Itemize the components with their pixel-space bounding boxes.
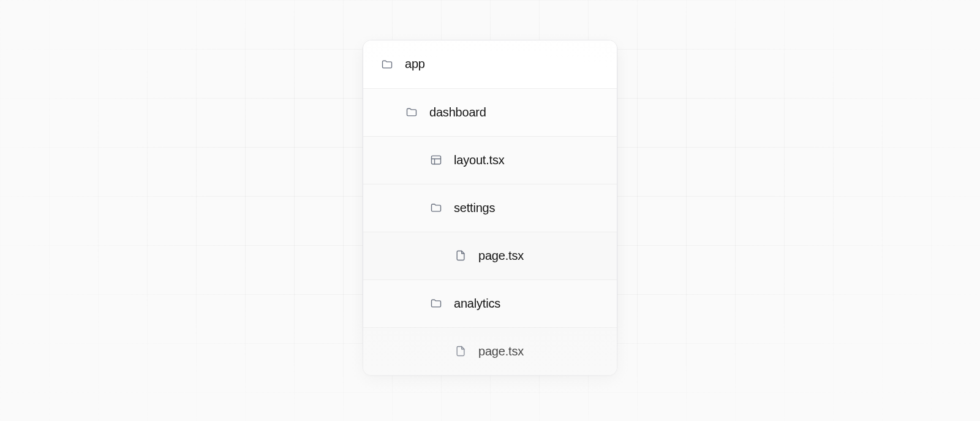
file-icon bbox=[454, 344, 467, 358]
tree-row-analytics-page[interactable]: page.tsx bbox=[363, 327, 617, 375]
layout-icon bbox=[429, 153, 443, 167]
tree-row-layout[interactable]: layout.tsx bbox=[363, 136, 617, 184]
tree-label: page.tsx bbox=[478, 344, 524, 358]
tree-row-settings-page[interactable]: page.tsx bbox=[363, 232, 617, 279]
tree-label: page.tsx bbox=[478, 249, 524, 263]
tree-row-analytics[interactable]: analytics bbox=[363, 279, 617, 327]
folder-icon bbox=[405, 105, 418, 119]
canvas: app dashboard layout.tsx settings bbox=[0, 0, 980, 421]
tree-label: dashboard bbox=[429, 105, 486, 119]
tree-row-settings[interactable]: settings bbox=[363, 184, 617, 232]
folder-icon bbox=[380, 58, 394, 71]
tree-label: analytics bbox=[454, 297, 500, 311]
tree-label: app bbox=[405, 57, 425, 71]
tree-row-dashboard[interactable]: dashboard bbox=[363, 88, 617, 136]
folder-icon bbox=[429, 201, 443, 214]
tree-label: settings bbox=[454, 201, 495, 215]
tree-row-app[interactable]: app bbox=[363, 40, 617, 88]
folder-icon bbox=[429, 297, 443, 310]
file-icon bbox=[454, 249, 467, 262]
svg-rect-0 bbox=[432, 156, 441, 164]
tree-label: layout.tsx bbox=[454, 153, 504, 167]
file-tree: app dashboard layout.tsx settings bbox=[363, 40, 617, 376]
